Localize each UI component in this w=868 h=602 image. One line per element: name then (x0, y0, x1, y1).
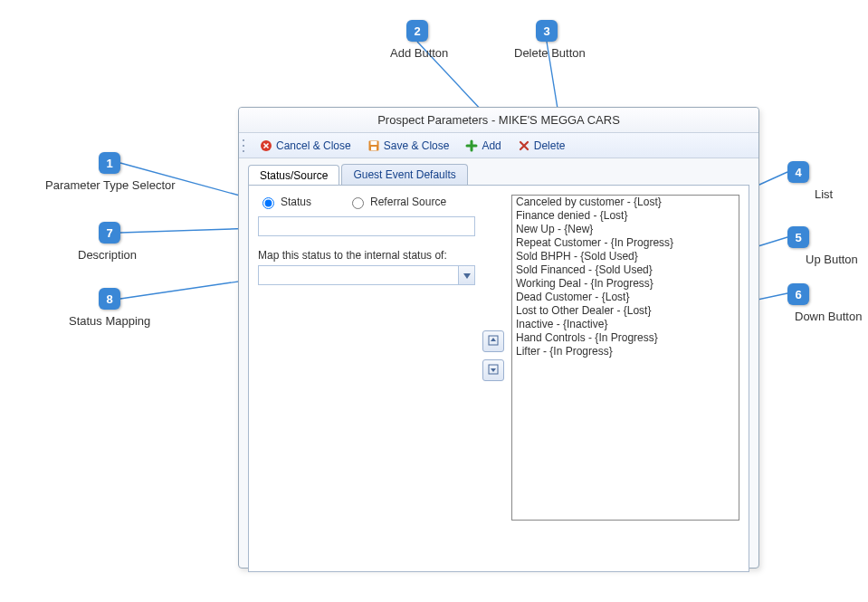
list-item[interactable]: Hand Controls - {In Progress} (512, 331, 739, 345)
status-list[interactable]: Canceled by customer - {Lost}Finance den… (511, 195, 739, 521)
svg-line-12 (120, 228, 257, 233)
add-icon (465, 139, 478, 152)
list-item[interactable]: Inactive - {Inactive} (512, 318, 739, 331)
callout-3-label: Delete Button (514, 46, 586, 60)
status-mapping-combo[interactable] (258, 265, 475, 285)
callout-2-label: Add Button (390, 46, 448, 60)
list-item[interactable]: Working Deal - {In Progress} (512, 277, 739, 291)
svg-marker-22 (491, 338, 496, 341)
chevron-down-icon (463, 269, 471, 282)
cancel-close-label: Cancel & Close (276, 139, 351, 152)
callout-8-label: Status Mapping (69, 314, 150, 328)
add-button[interactable]: Add (459, 137, 507, 155)
delete-label: Delete (534, 139, 566, 152)
tab-status-source[interactable]: Status/Source (248, 165, 339, 186)
callout-4-label: List (815, 187, 833, 201)
callout-1-number: 1 (99, 152, 120, 174)
callout-7-number: 7 (99, 222, 120, 244)
list-item[interactable]: Repeat Customer - {In Progress} (512, 236, 739, 250)
tab-body-status-source: Status Referral Source Map this status t… (248, 185, 749, 572)
cancel-icon (260, 139, 272, 152)
callout-3-number: 3 (536, 20, 558, 42)
radio-status-label: Status (281, 196, 311, 208)
add-label: Add (482, 139, 501, 152)
svg-line-14 (120, 279, 257, 299)
callout-1-label: Parameter Type Selector (45, 178, 176, 192)
list-item[interactable]: New Up - {New} (512, 223, 739, 236)
list-item[interactable]: Sold Financed - {Sold Used} (512, 263, 739, 277)
description-input[interactable] (258, 216, 475, 236)
callout-2-number: 2 (406, 20, 428, 42)
tabstrip: Status/Source Guest Event Defaults (248, 164, 749, 185)
save-icon (367, 139, 380, 152)
tab-guest-event-defaults[interactable]: Guest Event Defaults (341, 164, 467, 185)
callout-5-number: 5 (787, 226, 809, 248)
list-item[interactable]: Lost to Other Dealer - {Lost} (512, 304, 739, 318)
svg-rect-18 (370, 141, 377, 145)
prospect-parameters-window: Prospect Parameters - MIKE'S MEGGA CARS … (238, 107, 759, 569)
radio-referral-source[interactable]: Referral Source (348, 195, 446, 209)
svg-rect-19 (371, 147, 377, 150)
list-item[interactable]: Dead Customer - {Lost} (512, 291, 739, 304)
arrow-down-icon (488, 364, 499, 377)
callout-6-label: Down Button (795, 310, 862, 323)
delete-icon (518, 139, 530, 152)
callout-4-number: 4 (787, 161, 809, 183)
list-item[interactable]: Lifter - {In Progress} (512, 345, 739, 358)
svg-marker-20 (463, 273, 471, 279)
list-item[interactable]: Finance denied - {Lost} (512, 209, 739, 223)
arrow-up-icon (488, 335, 499, 349)
status-mapping-dropdown-button[interactable] (458, 266, 474, 284)
save-close-button[interactable]: Save & Close (361, 137, 456, 155)
callout-7-label: Description (78, 248, 137, 262)
callout-6-number: 6 (787, 283, 809, 305)
radio-status-input[interactable] (262, 197, 274, 209)
list-item[interactable]: Canceled by customer - {Lost} (512, 196, 739, 209)
toolbar: Cancel & Close Save & Close Add Delete (239, 133, 758, 158)
cancel-close-button[interactable]: Cancel & Close (253, 137, 358, 155)
callout-8-number: 8 (99, 288, 120, 310)
toolbar-gripper (243, 138, 248, 154)
radio-referral-label: Referral Source (370, 196, 446, 208)
status-mapping-value (259, 266, 458, 284)
window-title: Prospect Parameters - MIKE'S MEGGA CARS (239, 108, 758, 133)
move-up-button[interactable] (482, 330, 504, 352)
move-down-button[interactable] (482, 359, 504, 381)
radio-status[interactable]: Status (258, 195, 311, 209)
callout-5-label: Up Button (806, 253, 858, 266)
radio-referral-input[interactable] (352, 197, 364, 209)
save-close-label: Save & Close (384, 139, 450, 152)
list-item[interactable]: Sold BHPH - {Sold Used} (512, 250, 739, 263)
delete-button[interactable]: Delete (511, 137, 572, 155)
svg-marker-24 (491, 368, 496, 372)
